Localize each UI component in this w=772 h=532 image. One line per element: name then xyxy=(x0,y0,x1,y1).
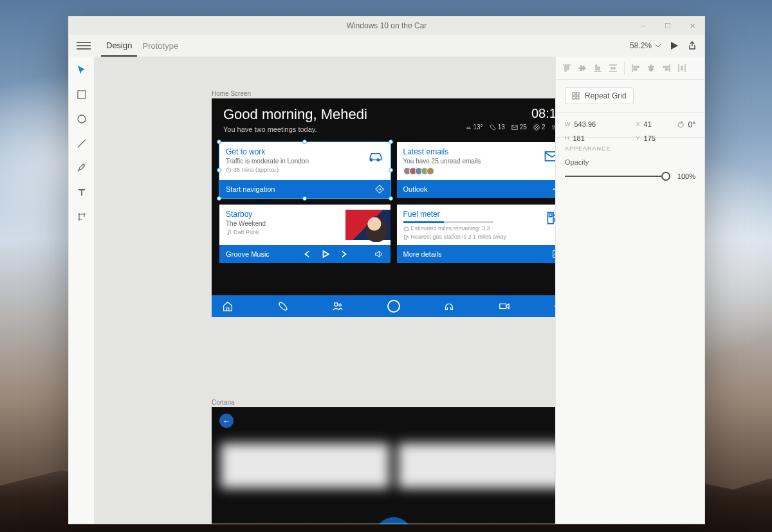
align-hcenter-icon[interactable] xyxy=(647,64,656,73)
selection-handle[interactable] xyxy=(389,140,393,144)
opacity-slider[interactable]: 100% xyxy=(565,171,695,181)
maximize-button[interactable]: ☐ xyxy=(656,17,680,35)
artboard-home-screen[interactable]: Good morning, Mehedi You have two meetin… xyxy=(212,98,555,317)
x-field[interactable]: X41 xyxy=(636,120,696,128)
tile-subtitle: The Weekend xyxy=(226,220,266,227)
car-icon xyxy=(367,147,384,164)
tile-subtitle: You have 25 unread emails xyxy=(403,158,481,165)
artboard-label-cortana[interactable]: Cortana xyxy=(212,399,235,406)
selection-handle[interactable] xyxy=(217,140,221,144)
clock-icon xyxy=(226,167,232,173)
cortana-orb[interactable] xyxy=(375,517,412,524)
align-bottom-icon[interactable] xyxy=(593,64,602,73)
align-top-icon[interactable] xyxy=(562,64,571,73)
opacity-value: 100% xyxy=(677,172,695,180)
tabs-bar: Design Prototype 58.2% xyxy=(69,35,704,57)
selection-handle[interactable] xyxy=(217,168,221,172)
people-icon xyxy=(551,124,555,131)
rotation-field[interactable]: 0° xyxy=(688,120,695,129)
selection-handle[interactable] xyxy=(389,168,393,172)
rotation-icon[interactable] xyxy=(677,121,685,129)
home-icon[interactable] xyxy=(222,300,234,312)
mail-icon xyxy=(511,124,518,131)
text-tool[interactable] xyxy=(76,187,87,198)
tile-footer-label: Start navigation xyxy=(226,185,275,193)
tile-latest-emails[interactable]: Latest emails You have 25 unread emails … xyxy=(397,142,556,198)
height-field[interactable]: H181 xyxy=(565,134,625,142)
align-left-icon[interactable] xyxy=(631,64,640,73)
svg-rect-14 xyxy=(573,93,575,95)
xbox-icon xyxy=(533,124,540,131)
line-tool[interactable] xyxy=(76,138,87,149)
align-right-icon[interactable] xyxy=(662,64,671,73)
canvas[interactable]: Home Screen Good morning, Mehedi You hav… xyxy=(95,57,555,524)
avatar-stack xyxy=(403,167,481,175)
tab-design[interactable]: Design xyxy=(101,35,137,57)
play-icon[interactable] xyxy=(321,250,330,259)
pump-small-icon xyxy=(403,234,409,240)
weather-icon xyxy=(465,124,472,131)
selection-handle[interactable] xyxy=(389,196,393,201)
preview-play-icon[interactable] xyxy=(670,41,679,50)
phone-icon[interactable] xyxy=(277,300,289,312)
tile-title: Starboy xyxy=(226,210,266,219)
settings-icon[interactable] xyxy=(553,300,555,312)
ellipse-tool[interactable] xyxy=(76,113,87,125)
grid-icon xyxy=(572,92,580,100)
selection-handle[interactable] xyxy=(217,196,221,201)
tile-get-to-work[interactable]: Get to work Traffic is moderate in Londo… xyxy=(219,142,391,198)
y-field[interactable]: Y175 xyxy=(636,134,696,142)
selection-handle[interactable] xyxy=(302,140,307,144)
svg-point-10 xyxy=(335,303,338,306)
chevron-down-icon xyxy=(656,44,661,48)
previous-icon[interactable] xyxy=(303,250,312,259)
mail-icon xyxy=(543,147,555,165)
image-icon xyxy=(552,250,555,259)
directions-icon xyxy=(375,185,384,194)
svg-point-11 xyxy=(339,304,342,306)
tile-footer-label: Groove Music xyxy=(226,250,270,258)
tile-title: Latest emails xyxy=(403,147,481,156)
svg-rect-0 xyxy=(78,91,86,98)
fuel-pump-icon xyxy=(544,210,555,226)
headphones-icon[interactable] xyxy=(443,300,455,312)
repeat-grid-button[interactable]: Repeat Grid xyxy=(565,87,634,104)
tile-fuel-meter[interactable]: Fuel meter Estimated miles remaining: 3.… xyxy=(397,205,556,263)
video-icon[interactable] xyxy=(499,300,510,312)
cortana-icon[interactable] xyxy=(387,300,400,313)
clock: 08:12 xyxy=(465,106,556,121)
next-icon[interactable] xyxy=(339,250,348,259)
svg-point-1 xyxy=(78,115,86,123)
speaker-icon[interactable] xyxy=(374,250,383,259)
appearance-heading: APPEARANCE xyxy=(565,145,695,152)
app-bar xyxy=(212,295,555,317)
share-icon[interactable] xyxy=(688,41,697,50)
back-button[interactable]: ← xyxy=(219,414,234,428)
artboard-cortana[interactable]: ← xyxy=(212,407,555,524)
people-icon[interactable] xyxy=(332,300,344,312)
greeting-text: Good morning, Mehedi xyxy=(223,106,367,123)
app-window: Windows 10 on the Car ─ ☐ ✕ Design Proto… xyxy=(68,16,705,524)
tile-subtitle: Traffic is moderate in London xyxy=(226,158,309,165)
hamburger-icon[interactable] xyxy=(77,42,91,50)
artboard-tool[interactable] xyxy=(76,211,87,223)
tab-prototype[interactable]: Prototype xyxy=(137,35,183,57)
pen-tool[interactable] xyxy=(76,162,87,174)
artboard-label-home[interactable]: Home Screen xyxy=(212,90,251,97)
minimize-button[interactable]: ─ xyxy=(631,17,656,35)
distribute-v-icon[interactable] xyxy=(609,64,618,73)
zoom-dropdown[interactable]: 58.2% xyxy=(630,41,661,50)
rectangle-tool[interactable] xyxy=(76,89,87,100)
status-row: 13° 13 25 2 3 xyxy=(465,124,556,131)
phone-icon xyxy=(490,124,496,131)
properties-panel: Repeat Grid W543.96 X41 H181 Y175 0° APP… xyxy=(555,57,704,524)
close-button[interactable]: ✕ xyxy=(680,17,704,35)
selection-handle[interactable] xyxy=(302,196,307,201)
distribute-h-icon[interactable] xyxy=(677,64,686,73)
tile-music[interactable]: Starboy The Weekend Daft Punk Groove Mus… xyxy=(219,205,391,263)
tile-title: Get to work xyxy=(226,147,309,156)
width-field[interactable]: W543.96 xyxy=(565,120,625,128)
fuel-progress xyxy=(403,221,493,223)
select-tool[interactable] xyxy=(76,64,87,76)
align-vcenter-icon[interactable] xyxy=(578,64,587,73)
